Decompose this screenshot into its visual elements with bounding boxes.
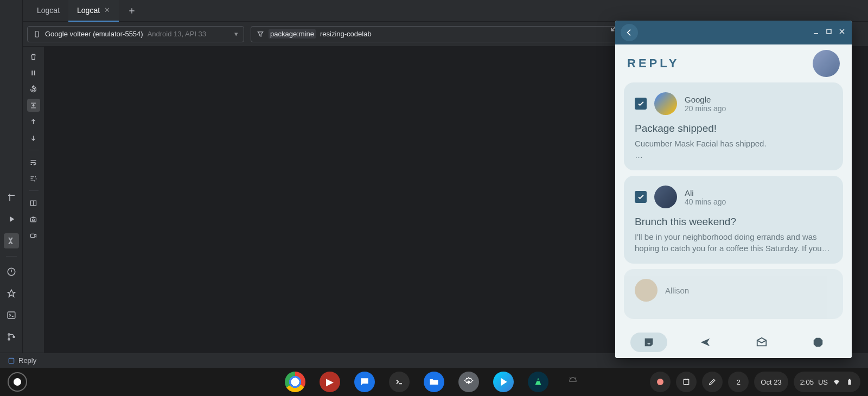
settings-log-button[interactable]: [27, 172, 40, 185]
mail-preview: Cucumber Mask Facial has shipped.: [635, 138, 832, 149]
launcher-button[interactable]: [8, 372, 27, 392]
running-app-label[interactable]: Reply: [18, 356, 36, 365]
down-icon[interactable]: [27, 131, 40, 144]
emulator-titlebar: [615, 21, 852, 44]
terminal-icon[interactable]: [4, 308, 19, 323]
profiler-icon[interactable]: [4, 286, 19, 301]
svg-point-15: [537, 379, 539, 381]
app-settings[interactable]: [458, 372, 479, 392]
svg-rect-20: [849, 379, 851, 380]
app-chrome[interactable]: [285, 372, 305, 392]
mail-sender: Allison: [665, 286, 689, 295]
mail-subject: Package shipped!: [635, 123, 832, 135]
left-tool-rail: [0, 0, 23, 359]
profile-avatar[interactable]: [813, 50, 840, 77]
chromeos-shelf: ▶ 2 Oct 23 2:05 US: [0, 368, 868, 396]
mail-time: 20 mins ago: [685, 104, 726, 113]
chevron-down-icon: ▾: [234, 30, 238, 38]
tray-pen[interactable]: [702, 372, 723, 392]
screenshot-button[interactable]: [27, 213, 40, 226]
tab-label: Logcat: [77, 6, 100, 15]
checkbox-checked[interactable]: [635, 98, 647, 110]
tray-screenshot[interactable]: [676, 372, 697, 392]
filter-value: resizing-codelab: [320, 30, 372, 38]
svg-point-3: [8, 338, 10, 340]
running-app-icon: [8, 357, 15, 365]
app-play-store[interactable]: [493, 372, 514, 392]
svg-rect-11: [31, 234, 35, 237]
app-files[interactable]: [424, 372, 444, 392]
sender-avatar: [654, 92, 677, 115]
clear-log-button[interactable]: [27, 50, 40, 63]
mail-item[interactable]: Google 20 mins ago Package shipped! Cucu…: [624, 82, 843, 170]
svg-rect-7: [34, 71, 35, 75]
emulator-window: REPLY Google 20 mins ago Package shipped…: [615, 21, 852, 358]
date-pill[interactable]: Oct 23: [754, 372, 788, 392]
emulator-back-button[interactable]: [621, 24, 638, 41]
nav-spam[interactable]: [800, 333, 837, 352]
close-icon[interactable]: ✕: [104, 6, 110, 14]
mail-item[interactable]: Allison: [624, 269, 843, 319]
svg-point-16: [571, 379, 572, 380]
wrap-lines-button[interactable]: [27, 156, 40, 169]
mail-sender: Ali: [685, 188, 726, 197]
up-icon[interactable]: [27, 115, 40, 128]
log-toolbar: [23, 47, 44, 359]
tab-logcat-1[interactable]: Logcat: [28, 0, 68, 22]
svg-rect-13: [827, 29, 831, 34]
svg-point-2: [8, 334, 10, 335]
minimize-button[interactable]: [812, 27, 820, 38]
pause-log-button[interactable]: [27, 66, 40, 79]
separator: [6, 256, 17, 257]
nav-sent[interactable]: [687, 333, 724, 352]
app-header: REPLY: [615, 44, 852, 82]
app-android-studio[interactable]: [528, 372, 548, 392]
svg-rect-9: [31, 218, 36, 222]
app-terminal[interactable]: [389, 372, 410, 392]
app-android[interactable]: [563, 372, 583, 392]
log-filter-input[interactable]: package:mine resizing-codelab: [251, 26, 636, 42]
record-button[interactable]: [27, 229, 40, 242]
restart-log-button[interactable]: [27, 82, 40, 95]
separator: [29, 150, 39, 150]
run-icon[interactable]: [4, 212, 19, 227]
notification-count[interactable]: 2: [728, 372, 749, 392]
nav-drafts[interactable]: [743, 333, 780, 352]
record-indicator[interactable]: [650, 372, 671, 392]
nav-inbox[interactable]: [630, 333, 667, 352]
svg-point-17: [574, 379, 575, 380]
vcs-icon[interactable]: [4, 329, 19, 344]
new-tab-button[interactable]: [124, 3, 139, 18]
wifi-icon: [832, 378, 841, 386]
device-name: Google volteer (emulator-5554): [45, 30, 143, 38]
layout-icon[interactable]: [4, 190, 19, 205]
filter-prefix: package:mine: [269, 29, 316, 39]
close-button[interactable]: [838, 27, 846, 38]
problems-icon[interactable]: [4, 264, 19, 279]
system-tray: 2 Oct 23 2:05 US: [650, 372, 860, 392]
mail-list[interactable]: Google 20 mins ago Package shipped! Cucu…: [615, 82, 852, 327]
split-button[interactable]: [27, 196, 40, 209]
status-pill[interactable]: 2:05 US: [794, 372, 860, 392]
svg-rect-19: [848, 380, 851, 385]
scroll-end-button[interactable]: [27, 99, 40, 112]
battery-icon: [845, 378, 854, 386]
tab-label: Logcat: [37, 6, 60, 15]
filter-icon: [257, 30, 264, 38]
mail-sender: Google: [685, 95, 726, 104]
device-meta: Android 13, API 33: [148, 30, 206, 38]
bottom-nav: [615, 327, 852, 358]
tab-logcat-2[interactable]: Logcat✕: [68, 0, 119, 22]
app-youtube[interactable]: ▶: [320, 372, 340, 392]
svg-rect-1: [8, 312, 15, 318]
mail-time: 40 mins ago: [685, 197, 726, 206]
device-selector[interactable]: Google volteer (emulator-5554) Android 1…: [27, 26, 244, 42]
logcat-icon[interactable]: [4, 233, 19, 248]
maximize-button[interactable]: [825, 27, 833, 38]
checkbox-checked[interactable]: [635, 191, 647, 203]
separator: [29, 190, 39, 191]
mail-item[interactable]: Ali 40 mins ago Brunch this weekend? I'l…: [624, 176, 843, 264]
app-messages[interactable]: [354, 372, 375, 392]
sender-avatar: [654, 186, 677, 208]
mail-subject: Brunch this weekend?: [635, 216, 832, 228]
